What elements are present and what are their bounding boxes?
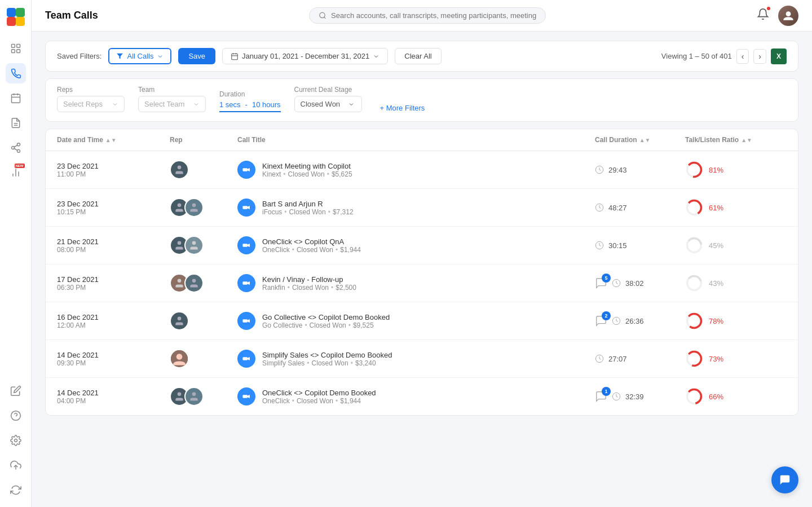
svg-rect-6 (11, 50, 15, 53)
duration-dash: - (245, 100, 248, 109)
table-header: Date and Time ▲▼ Rep Call Title Call Dur… (46, 129, 798, 151)
deal-stage-label: Current Deal Stage (294, 86, 362, 94)
svg-rect-4 (11, 45, 15, 48)
team-value: Select Team (144, 100, 184, 108)
user-avatar[interactable] (778, 6, 798, 26)
rep-avatar (170, 311, 189, 330)
sort-icon-ratio: ▲▼ (741, 137, 752, 143)
call-info: OneClick <> Copilot QnA OneClick • Close… (262, 237, 361, 254)
reps-value: Select Reps (63, 100, 103, 108)
rep-cell (170, 236, 237, 255)
search-bar[interactable] (309, 7, 546, 24)
col-ratio[interactable]: Talk/Listen Ratio ▲▼ (685, 136, 787, 144)
date-range-picker[interactable]: January 01, 2021 - December 31, 2021 (222, 48, 388, 64)
clear-all-button[interactable]: Clear All (395, 48, 441, 64)
filter-chip-label: All Calls (127, 52, 153, 60)
svg-point-58 (176, 354, 183, 360)
sidebar-item-dashboard[interactable] (6, 38, 26, 59)
prev-page-button[interactable]: ‹ (736, 49, 749, 64)
save-button[interactable]: Save (178, 48, 215, 64)
svg-point-48 (178, 279, 182, 283)
duration-cell: 48:27 (595, 203, 685, 212)
sidebar-item-calendar[interactable] (6, 88, 26, 108)
comment-count: 5 (602, 274, 611, 283)
call-title-cell: Go Collective <> Copilot Demo Booked Go … (237, 312, 595, 330)
chat-support-button[interactable] (771, 466, 798, 493)
svg-point-15 (11, 147, 14, 149)
more-filters-button[interactable]: + More Filters (380, 104, 425, 112)
duration-cell: 29:43 (595, 165, 685, 174)
page-title: Team Calls (45, 10, 98, 21)
rep-cell (170, 349, 237, 368)
clock-icon (595, 203, 604, 212)
svg-line-27 (324, 17, 326, 19)
sub-filter-bar: Reps Select Reps Team Select Team (45, 78, 798, 122)
ratio-chart (685, 387, 703, 405)
team-select[interactable]: Select Team (138, 96, 206, 112)
sidebar-item-sync[interactable] (6, 480, 26, 500)
search-input[interactable] (331, 11, 536, 20)
table-row[interactable]: 16 Dec 2021 12:00 AM (46, 302, 798, 340)
ratio-cell: 81% (685, 161, 787, 179)
call-title-cell: OneClick <> Copilot Demo Booked OneClick… (237, 387, 595, 405)
ratio-cell: 78% (685, 312, 787, 330)
clock-icon (612, 392, 621, 401)
sidebar-item-integrations[interactable] (6, 138, 26, 158)
svg-rect-2 (7, 17, 16, 26)
chevron-down-icon (157, 53, 164, 60)
rep-cell (170, 387, 237, 406)
sidebar-item-calls[interactable] (6, 63, 26, 83)
sidebar-item-analytics[interactable] (6, 162, 26, 183)
table-row[interactable]: 23 Dec 2021 10:15 PM (46, 189, 798, 227)
call-info: Simplify Sales <> Copilot Demo Booked Si… (262, 351, 392, 367)
chevron-down-team (193, 101, 200, 108)
sidebar-item-settings[interactable] (6, 430, 26, 451)
date-cell: 17 Dec 2021 06:30 PM (57, 275, 170, 292)
all-calls-filter[interactable]: All Calls (108, 48, 171, 64)
rep-cell (170, 198, 237, 217)
col-date-time[interactable]: Date and Time ▲▼ (57, 136, 170, 144)
col-duration[interactable]: Call Duration ▲▼ (595, 136, 685, 144)
table-row[interactable]: 21 Dec 2021 08:00 PM (46, 227, 798, 264)
deal-stage-select[interactable]: Closed Won (294, 96, 362, 112)
notification-bell[interactable] (757, 8, 769, 23)
comment-count: 2 (602, 311, 611, 320)
svg-marker-29 (117, 54, 123, 59)
sidebar-item-transcripts[interactable] (6, 113, 26, 133)
duration-min: 1 secs (219, 100, 241, 109)
table-row[interactable]: 23 Dec 2021 11:00 PM (46, 151, 798, 189)
calendar-icon (231, 52, 239, 60)
svg-rect-8 (11, 94, 20, 103)
saved-filters-label: Saved Filters: (57, 52, 102, 60)
duration-range[interactable]: 1 secs - 10 hours (219, 100, 281, 112)
ratio-chart (685, 350, 703, 368)
svg-point-26 (320, 12, 325, 17)
team-filter-group: Team Select Team (138, 86, 206, 112)
duration-cell: 1 32:39 (595, 390, 685, 403)
duration-label: Duration (219, 90, 281, 98)
call-info: Go Collective <> Copilot Demo Booked Go … (262, 313, 390, 329)
table-row[interactable]: 14 Dec 2021 09:30 PM (46, 340, 798, 378)
comment-badge: 1 (595, 390, 607, 403)
table-row[interactable]: 14 Dec 2021 04:00 PM (46, 378, 798, 415)
export-excel-button[interactable]: X (771, 49, 787, 64)
svg-line-18 (14, 145, 17, 147)
svg-point-38 (178, 204, 182, 208)
next-page-button[interactable]: › (753, 49, 766, 64)
duration-max: 10 hours (252, 100, 281, 109)
deal-stage-value: Closed Won (301, 100, 341, 108)
sidebar (0, 0, 32, 507)
duration-cell: 5 38:02 (595, 277, 685, 289)
reps-select[interactable]: Select Reps (57, 96, 125, 112)
sidebar-item-upload[interactable] (6, 455, 26, 475)
rep-avatar (184, 387, 204, 406)
sidebar-item-notes[interactable] (6, 381, 26, 401)
col-call-title: Call Title (237, 136, 595, 144)
ratio-cell: 43% (685, 274, 787, 292)
app-logo[interactable] (6, 7, 26, 27)
table-row[interactable]: 17 Dec 2021 06:30 PM (46, 264, 798, 302)
reps-filter-group: Reps Select Reps (57, 86, 125, 112)
sidebar-item-help[interactable] (6, 405, 26, 426)
rep-cell (170, 160, 237, 179)
duration-cell: 30:15 (595, 241, 685, 250)
